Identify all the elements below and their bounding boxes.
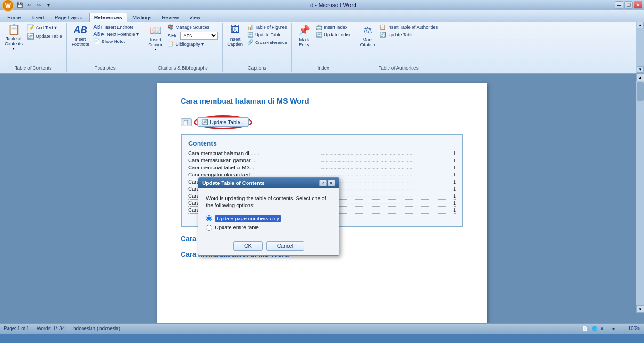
- tab-home[interactable]: Home: [2, 13, 26, 22]
- save-qa-btn[interactable]: 💾: [16, 1, 24, 9]
- manage-sources-label: Manage Sources: [175, 25, 209, 30]
- citations-small-btns: 📚 Manage Sources Style: APAMLAChicago 📑 …: [166, 24, 219, 48]
- doc-area: ▲ ▼ Cara membuat halaman di MS Word 📋 🔄 …: [0, 74, 644, 323]
- footnotes-group-label: Footnotes: [94, 65, 115, 71]
- restore-btn[interactable]: ❐: [624, 1, 633, 9]
- scroll-up-btn[interactable]: ▲: [636, 74, 644, 81]
- insert-footnote-btn[interactable]: AB InsertFootnote: [70, 24, 91, 48]
- undo-qa-btn[interactable]: ↩: [25, 1, 33, 9]
- add-text-btn[interactable]: 📝 Add Text ▾: [25, 24, 64, 32]
- footnotes-group-content: AB InsertFootnote AB↑ Insert Endnote AB►…: [70, 24, 140, 65]
- citations-group-content: 📖 InsertCitation ▾ 📚 Manage Sources Styl…: [146, 24, 219, 65]
- contents-item-2: Cara memasukkan gambar ... .............…: [188, 157, 456, 164]
- zoom-slider[interactable]: —●——: [607, 326, 624, 331]
- show-notes-btn[interactable]: 📄 Show Notes: [92, 38, 140, 45]
- scroll-down-btn[interactable]: ▼: [636, 305, 644, 313]
- insert-caption-btn[interactable]: 🖼 InsertCaption: [225, 24, 245, 48]
- close-btn[interactable]: ✕: [634, 1, 642, 9]
- toc-btn-label: Table ofContents: [5, 36, 23, 47]
- insert-index-icon: 📇: [316, 24, 322, 30]
- update-index-btn[interactable]: 🔄 Update Index: [314, 31, 352, 38]
- tab-insert[interactable]: Insert: [26, 13, 50, 22]
- insert-index-btn[interactable]: 📇 Insert Index: [314, 24, 352, 31]
- citation-icon: 📖: [150, 25, 162, 36]
- update-toa-label: Update Table: [388, 32, 414, 37]
- qa-dropdown[interactable]: ▾: [44, 1, 52, 9]
- ribbon-scrollbar: ▲ ▼: [636, 22, 644, 73]
- mark-citation-btn[interactable]: ⚖ MarkCitation: [358, 24, 377, 49]
- dialog-title: Update Table of Contents: [202, 180, 264, 186]
- ribbon-tabs: Home Insert Page Layout References Maili…: [0, 10, 644, 22]
- mark-entry-btn[interactable]: 📌 MarkEntry: [295, 24, 314, 49]
- insert-endnote-btn[interactable]: AB↑ Insert Endnote: [92, 24, 140, 30]
- style-label: Style:: [167, 33, 179, 38]
- cross-ref-icon: 🔗: [247, 39, 254, 45]
- toc-group-content: 📋 Table ofContents ▾ 📝 Add Text ▾ 🔄 Upda…: [3, 24, 64, 65]
- next-footnote-btn[interactable]: AB► Next Footnote ▾: [92, 31, 140, 37]
- status-language: Indonesian (Indonesia): [72, 326, 120, 331]
- tab-view[interactable]: View: [184, 13, 206, 22]
- ribbon-scroll-up[interactable]: ▲: [637, 22, 644, 28]
- insert-toa-btn[interactable]: 📋 Insert Table of Authorities: [378, 24, 439, 31]
- update-table-highlight: 🔄 Update Table...: [194, 115, 252, 129]
- citation2-icon: ⚖: [363, 25, 372, 36]
- minimize-btn[interactable]: —: [615, 1, 623, 9]
- show-notes-icon: 📄: [93, 38, 100, 44]
- title-bar-left: W 💾 ↩ ↪ ▾: [2, 0, 52, 12]
- index-group-label: Index: [318, 65, 329, 71]
- tab-references[interactable]: References: [89, 13, 127, 22]
- footnotes-small-btns: AB↑ Insert Endnote AB► Next Footnote ▾ 📄…: [92, 24, 140, 45]
- scroll-thumb[interactable]: [637, 82, 644, 101]
- zoom-level: 100%: [628, 326, 640, 331]
- dialog-footer: OK Cancel: [198, 238, 339, 255]
- doc-main-title: Cara membuat halaman di MS Word: [181, 97, 463, 106]
- table-of-contents-btn[interactable]: 📋 Table ofContents ▾: [3, 24, 25, 51]
- ribbon-group-toc: 📋 Table ofContents ▾ 📝 Add Text ▾ 🔄 Upda…: [0, 23, 67, 72]
- tab-page-layout[interactable]: Page Layout: [50, 13, 89, 22]
- update-table-ribbon-btn[interactable]: 🔄 Update Table: [25, 32, 64, 40]
- office-button[interactable]: W: [2, 0, 14, 12]
- tab-review[interactable]: Review: [157, 13, 184, 22]
- tab-mailings[interactable]: Mailings: [127, 13, 157, 22]
- footnote-icon: AB: [74, 25, 87, 35]
- status-bar: Page: 1 of 1 Words: 1/134 Indonesian (In…: [0, 323, 644, 334]
- insert-citation-label: InsertCitation: [148, 37, 163, 48]
- ribbon-scroll-down[interactable]: ▼: [637, 66, 644, 73]
- dialog-close-btn[interactable]: ✕: [328, 180, 335, 186]
- ribbon-group-index: 📌 MarkEntry 📇 Insert Index 🔄 Update Inde…: [292, 23, 355, 72]
- option2-radio[interactable]: [206, 225, 212, 231]
- bibliography-btn[interactable]: 📑 Bibliography ▾: [166, 41, 219, 48]
- insert-citation-btn[interactable]: 📖 InsertCitation ▾: [146, 24, 165, 52]
- manage-sources-btn[interactable]: 📚 Manage Sources: [166, 24, 219, 31]
- view-web-icon[interactable]: 🌐: [592, 326, 597, 331]
- toa-small-btns: 📋 Insert Table of Authorities 🔄 Update T…: [378, 24, 439, 38]
- redo-qa-btn[interactable]: ↪: [35, 1, 42, 9]
- dialog-help-btn[interactable]: ?: [319, 180, 327, 186]
- update-toa-btn[interactable]: 🔄 Update Table: [378, 31, 439, 38]
- style-select[interactable]: APAMLAChicago: [180, 32, 218, 40]
- style-btn[interactable]: Style: APAMLAChicago: [166, 31, 219, 40]
- view-outline-icon[interactable]: ≡: [601, 326, 604, 331]
- option1-label[interactable]: Update page numbers only: [215, 215, 281, 222]
- cross-ref-label: Cross-reference: [255, 40, 287, 45]
- option1-row: Update page numbers only: [206, 215, 331, 222]
- dialog-cancel-btn[interactable]: Cancel: [266, 241, 304, 251]
- update-table-doc-btn[interactable]: 🔄 Update Table...: [197, 117, 249, 127]
- status-words: Words: 1/134: [37, 326, 65, 331]
- option1-radio[interactable]: [206, 215, 212, 221]
- dialog-ok-btn[interactable]: OK: [233, 241, 263, 251]
- cross-reference-btn[interactable]: 🔗 Cross-reference: [246, 39, 289, 46]
- title-bar: W 💾 ↩ ↪ ▾ d - Microsoft Word — ❐ ✕: [0, 0, 644, 10]
- insert-caption-label: InsertCaption: [227, 36, 243, 47]
- table-of-figures-btn[interactable]: 📊 Table of Figures: [246, 24, 289, 31]
- citations-group-label: Citations & Bibliography: [158, 65, 208, 71]
- dialog-message: Word is updating the table of contents. …: [206, 195, 331, 209]
- option2-label[interactable]: Update entire table: [215, 225, 259, 230]
- insert-endnote-label: Insert Endnote: [105, 25, 134, 30]
- entry-icon: 📌: [298, 25, 310, 36]
- tof-icon: 📊: [247, 24, 254, 30]
- update-table-captions-btn[interactable]: 🔄 Update Table: [246, 31, 289, 38]
- view-normal-icon[interactable]: 📄: [582, 326, 588, 331]
- contents-heading: Contents: [188, 140, 456, 147]
- next-footnote-label: Next Footnote ▾: [107, 32, 139, 37]
